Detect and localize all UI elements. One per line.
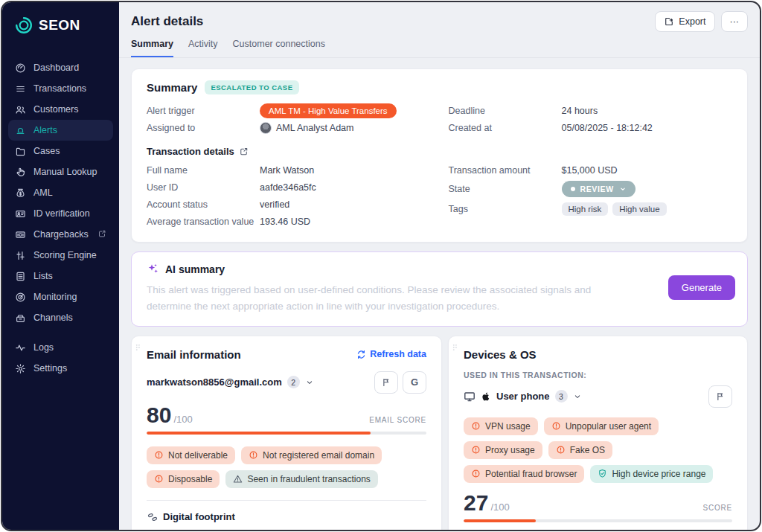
chevron-down-icon: [619, 185, 627, 193]
accounts-found-count: 2: [165, 529, 426, 530]
sidebar-item-dashboard[interactable]: Dashboard: [8, 57, 113, 78]
devices-card-title: Devices & OS: [464, 348, 537, 361]
more-icon: ···: [730, 16, 740, 27]
sidebar-item-alerts[interactable]: Alerts: [8, 120, 113, 141]
page-header: Alert details Export ··· Summary Activit…: [119, 2, 760, 58]
content-scroll[interactable]: Summary ESCALATED TO CASE Alert trigger …: [119, 58, 760, 530]
sidebar-item-channels[interactable]: Channels: [8, 307, 113, 328]
sidebar-item-customers[interactable]: Customers: [8, 99, 113, 120]
tab-customer-connections[interactable]: Customer connections: [233, 39, 325, 57]
summary-title: Summary: [147, 81, 197, 94]
tab-bar: Summary Activity Customer connections: [131, 39, 748, 57]
alert-circle-icon: [471, 421, 481, 431]
transaction-amount-value: $15,000 USD: [562, 165, 618, 176]
alert-circle-icon: [556, 445, 566, 455]
alerts-icon: [15, 125, 26, 136]
risk-tag: VPN usage: [464, 417, 538, 435]
field-label: Created at: [449, 123, 562, 133]
sidebar-item-scoring-engine[interactable]: Scoring Engine: [8, 245, 113, 266]
sidebar-item-label: Chargebacks: [33, 229, 89, 240]
sidebar-item-transactions[interactable]: Transactions: [8, 78, 113, 99]
sidebar-item-label: Lists: [33, 271, 53, 281]
scoring-engine-icon: [15, 250, 26, 261]
sidebar-item-manual-lookup[interactable]: Manual Lookup: [8, 161, 113, 182]
divider: [147, 500, 426, 501]
field-label: State: [449, 184, 562, 194]
summary-card: Summary ESCALATED TO CASE Alert trigger …: [131, 68, 748, 243]
main-area: Alert details Export ··· Summary Activit…: [119, 2, 760, 530]
field-label: Assigned to: [147, 123, 260, 133]
field-label: Deadline: [449, 106, 562, 116]
flag-button[interactable]: [708, 385, 732, 408]
refresh-icon: [356, 350, 366, 359]
export-label: Export: [679, 16, 705, 27]
settings-icon: [15, 363, 26, 374]
alert-circle-icon: [154, 474, 164, 484]
drag-handle-icon[interactable]: [135, 340, 142, 353]
sidebar-item-id-verification[interactable]: ID verification: [8, 203, 113, 224]
drag-handle-icon[interactable]: [452, 340, 459, 353]
account-status-value: verified: [260, 199, 289, 210]
sidebar-item-aml[interactable]: AML: [8, 182, 113, 203]
app-window: SEON Dashboard Transactions Customers Al…: [1, 1, 761, 531]
chevron-down-icon[interactable]: [305, 378, 314, 387]
device-score-caption: SCORE: [702, 504, 732, 512]
risk-tag: Disposable: [147, 470, 220, 488]
sidebar-item-cases[interactable]: Cases: [8, 141, 113, 161]
device-score: 27: [464, 490, 488, 516]
field-label: User ID: [147, 182, 260, 193]
risk-tag: Not registered email domain: [241, 446, 382, 464]
email-refresh-button[interactable]: Refresh data: [356, 349, 426, 359]
sidebar-item-label: Customers: [33, 104, 78, 115]
sidebar-item-logs[interactable]: Logs: [8, 337, 113, 358]
tab-activity[interactable]: Activity: [188, 39, 218, 57]
sidebar-item-label: AML: [33, 188, 53, 198]
assignee-name: AML Analyst Adam: [276, 123, 353, 133]
used-in-transaction-label: USED IN THIS TRANSACTION:: [464, 371, 732, 379]
chargebacks-icon: [15, 229, 26, 240]
sidebar-item-label: Logs: [33, 342, 54, 353]
sidebar-item-monitoring[interactable]: Monitoring: [8, 286, 113, 307]
field-label: Transaction amount: [449, 165, 562, 176]
state-dot-icon: [571, 187, 575, 191]
refresh-label: Refresh data: [370, 349, 426, 359]
shield-check-icon: [598, 469, 607, 478]
id-verification-icon: [15, 208, 26, 219]
apple-icon: [481, 391, 491, 402]
field-label: Full name: [147, 165, 260, 176]
tab-summary[interactable]: Summary: [131, 39, 173, 57]
email-card-title: Email information: [147, 348, 241, 361]
google-lookup-button[interactable]: G: [403, 371, 426, 394]
seon-logo-icon: [14, 16, 33, 35]
warning-triangle-icon: [233, 474, 243, 484]
seon-logo[interactable]: SEON: [8, 16, 113, 35]
logo-text: SEON: [39, 17, 80, 33]
risk-tag: Unpopular user agent: [544, 417, 659, 435]
risk-tag: Potential fraud browser: [464, 465, 584, 483]
sidebar-item-label: Alerts: [33, 125, 57, 135]
device-score-bar: [464, 519, 732, 522]
ai-summary-text: This alert was triggered based on user-d…: [147, 282, 635, 315]
state-dropdown[interactable]: REVIEW: [562, 181, 635, 197]
more-button[interactable]: ···: [721, 11, 749, 32]
flag-button[interactable]: [374, 371, 398, 394]
sidebar-item-label: Manual Lookup: [33, 167, 97, 177]
sidebar-item-settings[interactable]: Settings: [8, 358, 113, 379]
field-label: Tags: [449, 204, 562, 214]
chevron-down-icon[interactable]: [573, 392, 582, 401]
flag-icon: [381, 377, 391, 388]
user-id-value: aafde346a5fc: [260, 182, 316, 193]
tag-high-value[interactable]: High value: [612, 202, 666, 216]
generate-button[interactable]: Generate: [668, 275, 735, 300]
external-link-icon[interactable]: [239, 147, 249, 156]
risk-tag: Proxy usage: [464, 441, 542, 459]
ai-summary-card: AI summary This alert was triggered base…: [131, 251, 748, 327]
sidebar-item-chargebacks[interactable]: Chargebacks: [8, 224, 113, 245]
export-button[interactable]: Export: [655, 11, 714, 32]
sidebar-item-lists[interactable]: Lists: [8, 266, 113, 286]
assignee-avatar: [260, 122, 272, 134]
lists-icon: [15, 271, 26, 282]
alert-trigger-pill[interactable]: AML TM - High Value Transfers: [260, 103, 397, 118]
tag-high-risk[interactable]: High risk: [562, 202, 609, 216]
monitor-icon: [464, 391, 476, 403]
